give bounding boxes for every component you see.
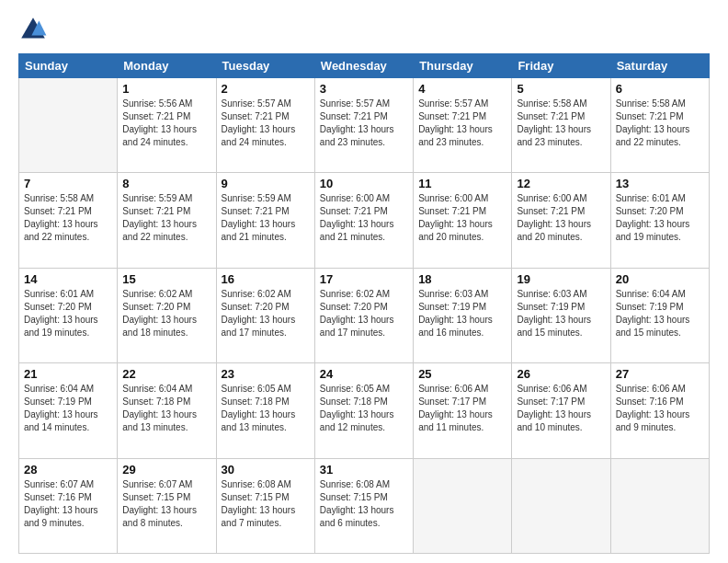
weekday-header-sunday: Sunday <box>19 54 118 78</box>
calendar: SundayMondayTuesdayWednesdayThursdayFrid… <box>18 53 710 554</box>
day-number: 30 <box>222 463 310 477</box>
calendar-cell <box>512 458 610 553</box>
weekday-header-wednesday: Wednesday <box>314 54 413 78</box>
day-number: 28 <box>24 463 112 477</box>
day-number: 19 <box>517 272 605 286</box>
day-info: Sunrise: 6:08 AMSunset: 7:15 PMDaylight:… <box>222 478 310 530</box>
calendar-cell: 18Sunrise: 6:03 AMSunset: 7:19 PMDayligh… <box>414 268 512 362</box>
day-info: Sunrise: 5:57 AMSunset: 7:21 PMDaylight:… <box>222 98 310 149</box>
day-number: 13 <box>616 177 704 190</box>
day-info: Sunrise: 6:00 AMSunset: 7:21 PMDaylight:… <box>418 192 506 244</box>
day-info: Sunrise: 6:05 AMSunset: 7:18 PMDaylight:… <box>222 383 310 434</box>
day-number: 3 <box>320 82 408 96</box>
calendar-cell: 1Sunrise: 5:56 AMSunset: 7:21 PMDaylight… <box>118 78 216 173</box>
day-info: Sunrise: 5:59 AMSunset: 7:21 PMDaylight:… <box>122 192 210 244</box>
day-info: Sunrise: 6:06 AMSunset: 7:17 PMDaylight:… <box>418 383 506 434</box>
calendar-cell <box>610 458 709 553</box>
weekday-header-monday: Monday <box>118 54 216 78</box>
day-number: 20 <box>616 272 704 286</box>
day-number: 11 <box>418 177 506 190</box>
weekday-header-friday: Friday <box>512 54 610 78</box>
calendar-cell: 26Sunrise: 6:06 AMSunset: 7:17 PMDayligh… <box>512 363 610 458</box>
day-number: 16 <box>222 272 310 286</box>
calendar-cell: 8Sunrise: 5:59 AMSunset: 7:21 PMDaylight… <box>118 173 216 268</box>
day-number: 10 <box>320 177 408 190</box>
day-number: 18 <box>418 272 506 286</box>
calendar-cell: 5Sunrise: 5:58 AMSunset: 7:21 PMDaylight… <box>512 78 610 173</box>
day-info: Sunrise: 6:04 AMSunset: 7:18 PMDaylight:… <box>122 383 210 434</box>
calendar-cell: 3Sunrise: 5:57 AMSunset: 7:21 PMDaylight… <box>314 78 413 173</box>
day-info: Sunrise: 6:07 AMSunset: 7:16 PMDaylight:… <box>24 478 112 530</box>
calendar-cell: 13Sunrise: 6:01 AMSunset: 7:20 PMDayligh… <box>610 173 709 268</box>
day-number: 25 <box>418 367 506 381</box>
day-info: Sunrise: 5:57 AMSunset: 7:21 PMDaylight:… <box>320 98 408 149</box>
logo-icon <box>18 15 48 44</box>
day-number: 6 <box>616 82 704 96</box>
calendar-cell: 30Sunrise: 6:08 AMSunset: 7:15 PMDayligh… <box>216 458 314 553</box>
day-info: Sunrise: 5:59 AMSunset: 7:21 PMDaylight:… <box>222 192 310 244</box>
day-number: 12 <box>517 177 605 190</box>
weekday-header-row: SundayMondayTuesdayWednesdayThursdayFrid… <box>19 54 710 78</box>
day-number: 8 <box>122 177 210 190</box>
calendar-week-3: 14Sunrise: 6:01 AMSunset: 7:20 PMDayligh… <box>19 268 710 362</box>
day-info: Sunrise: 6:06 AMSunset: 7:16 PMDaylight:… <box>616 383 704 434</box>
calendar-cell: 31Sunrise: 6:08 AMSunset: 7:15 PMDayligh… <box>314 458 413 553</box>
calendar-cell: 24Sunrise: 6:05 AMSunset: 7:18 PMDayligh… <box>314 363 413 458</box>
day-info: Sunrise: 6:04 AMSunset: 7:19 PMDaylight:… <box>616 288 704 339</box>
calendar-cell: 17Sunrise: 6:02 AMSunset: 7:20 PMDayligh… <box>314 268 413 362</box>
day-number: 17 <box>320 272 408 286</box>
day-info: Sunrise: 6:03 AMSunset: 7:19 PMDaylight:… <box>517 288 605 339</box>
day-info: Sunrise: 6:07 AMSunset: 7:15 PMDaylight:… <box>122 478 210 530</box>
day-info: Sunrise: 5:58 AMSunset: 7:21 PMDaylight:… <box>616 98 704 149</box>
day-number: 22 <box>122 367 210 381</box>
calendar-cell: 22Sunrise: 6:04 AMSunset: 7:18 PMDayligh… <box>118 363 216 458</box>
calendar-week-2: 7Sunrise: 5:58 AMSunset: 7:21 PMDaylight… <box>19 173 710 268</box>
calendar-cell: 28Sunrise: 6:07 AMSunset: 7:16 PMDayligh… <box>19 458 118 553</box>
day-info: Sunrise: 6:02 AMSunset: 7:20 PMDaylight:… <box>122 288 210 339</box>
calendar-cell <box>19 78 118 173</box>
day-info: Sunrise: 5:56 AMSunset: 7:21 PMDaylight:… <box>122 98 210 149</box>
calendar-cell: 20Sunrise: 6:04 AMSunset: 7:19 PMDayligh… <box>610 268 709 362</box>
day-number: 9 <box>222 177 310 190</box>
day-info: Sunrise: 6:06 AMSunset: 7:17 PMDaylight:… <box>517 383 605 434</box>
day-number: 7 <box>24 177 112 190</box>
page: SundayMondayTuesdayWednesdayThursdayFrid… <box>0 0 728 563</box>
day-info: Sunrise: 6:05 AMSunset: 7:18 PMDaylight:… <box>320 383 408 434</box>
day-info: Sunrise: 5:57 AMSunset: 7:21 PMDaylight:… <box>418 98 506 149</box>
day-number: 5 <box>517 82 605 96</box>
day-number: 29 <box>122 463 210 477</box>
day-number: 4 <box>418 82 506 96</box>
weekday-header-saturday: Saturday <box>610 54 709 78</box>
day-info: Sunrise: 5:58 AMSunset: 7:21 PMDaylight:… <box>24 192 112 244</box>
day-number: 21 <box>24 367 112 381</box>
calendar-cell: 11Sunrise: 6:00 AMSunset: 7:21 PMDayligh… <box>414 173 512 268</box>
calendar-cell: 7Sunrise: 5:58 AMSunset: 7:21 PMDaylight… <box>19 173 118 268</box>
calendar-cell: 16Sunrise: 6:02 AMSunset: 7:20 PMDayligh… <box>216 268 314 362</box>
day-info: Sunrise: 6:01 AMSunset: 7:20 PMDaylight:… <box>24 288 112 339</box>
day-info: Sunrise: 6:01 AMSunset: 7:20 PMDaylight:… <box>616 192 704 244</box>
calendar-cell: 10Sunrise: 6:00 AMSunset: 7:21 PMDayligh… <box>314 173 413 268</box>
calendar-cell: 25Sunrise: 6:06 AMSunset: 7:17 PMDayligh… <box>414 363 512 458</box>
calendar-cell: 14Sunrise: 6:01 AMSunset: 7:20 PMDayligh… <box>19 268 118 362</box>
calendar-week-4: 21Sunrise: 6:04 AMSunset: 7:19 PMDayligh… <box>19 363 710 458</box>
logo <box>18 15 51 44</box>
day-number: 15 <box>122 272 210 286</box>
day-info: Sunrise: 6:04 AMSunset: 7:19 PMDaylight:… <box>24 383 112 434</box>
calendar-cell: 23Sunrise: 6:05 AMSunset: 7:18 PMDayligh… <box>216 363 314 458</box>
day-info: Sunrise: 6:08 AMSunset: 7:15 PMDaylight:… <box>320 478 408 530</box>
calendar-week-5: 28Sunrise: 6:07 AMSunset: 7:16 PMDayligh… <box>19 458 710 553</box>
calendar-cell: 19Sunrise: 6:03 AMSunset: 7:19 PMDayligh… <box>512 268 610 362</box>
day-info: Sunrise: 5:58 AMSunset: 7:21 PMDaylight:… <box>517 98 605 149</box>
header <box>18 15 710 44</box>
calendar-cell: 15Sunrise: 6:02 AMSunset: 7:20 PMDayligh… <box>118 268 216 362</box>
weekday-header-tuesday: Tuesday <box>216 54 314 78</box>
day-info: Sunrise: 6:03 AMSunset: 7:19 PMDaylight:… <box>418 288 506 339</box>
day-info: Sunrise: 6:00 AMSunset: 7:21 PMDaylight:… <box>320 192 408 244</box>
calendar-cell: 2Sunrise: 5:57 AMSunset: 7:21 PMDaylight… <box>216 78 314 173</box>
calendar-cell <box>414 458 512 553</box>
calendar-cell: 6Sunrise: 5:58 AMSunset: 7:21 PMDaylight… <box>610 78 709 173</box>
day-info: Sunrise: 6:02 AMSunset: 7:20 PMDaylight:… <box>222 288 310 339</box>
day-number: 31 <box>320 463 408 477</box>
day-number: 26 <box>517 367 605 381</box>
calendar-cell: 4Sunrise: 5:57 AMSunset: 7:21 PMDaylight… <box>414 78 512 173</box>
